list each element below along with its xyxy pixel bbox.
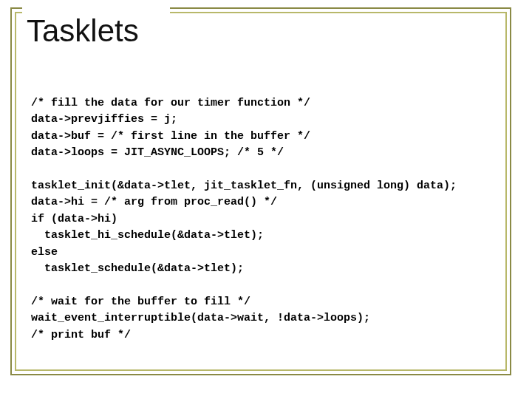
code-line: /* fill the data for our timer function … — [31, 97, 310, 109]
code-line: data->buf = /* first line in the buffer … — [31, 130, 310, 143]
code-line: data->prevjiffies = j; — [31, 113, 177, 126]
code-line: /* wait for the buffer to fill */ — [31, 296, 250, 308]
code-line: data->loops = JIT_ASYNC_LOOPS; /* 5 */ — [31, 146, 284, 159]
slide: Tasklets /* fill the data for our timer … — [0, 0, 532, 399]
code-block-2: tasklet_init(&data->tlet, jit_tasklet_fn… — [31, 178, 495, 278]
code-line: wait_event_interruptible(data->wait, !da… — [31, 312, 370, 324]
code-line: if (data->hi) — [31, 213, 117, 225]
code-line: else — [31, 246, 58, 259]
code-line: data->hi = /* arg from proc_read() */ — [31, 196, 277, 208]
code-line: tasklet_init(&data->tlet, jit_tasklet_fn… — [31, 180, 457, 192]
code-line: tasklet_hi_schedule(&data->tlet); — [31, 229, 264, 242]
code-block-1: /* fill the data for our timer function … — [31, 95, 495, 162]
code-line: /* print buf */ — [31, 329, 131, 341]
slide-title: Tasklets — [27, 13, 146, 49]
code-line: tasklet_schedule(&data->tlet); — [31, 262, 244, 275]
code-content: /* fill the data for our timer function … — [31, 78, 495, 360]
code-block-3: /* wait for the buffer to fill */ wait_e… — [31, 294, 495, 344]
